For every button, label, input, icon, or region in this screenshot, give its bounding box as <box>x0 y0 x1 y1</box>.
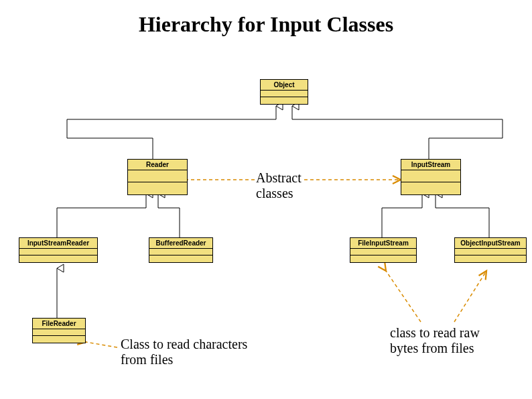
class-section <box>350 249 416 255</box>
class-section <box>19 255 97 262</box>
class-section <box>401 170 460 182</box>
page-title: Hierarchy for Input Classes <box>0 12 532 37</box>
class-section <box>33 329 85 336</box>
class-inputstream: InputStream <box>401 159 461 195</box>
class-name: InputStream <box>401 160 460 170</box>
class-section <box>128 182 187 194</box>
class-section <box>261 91 308 97</box>
class-name: InputStreamReader <box>19 238 97 249</box>
class-section <box>350 255 416 262</box>
class-filereader: FileReader <box>32 318 86 343</box>
class-name: BufferedReader <box>149 238 212 249</box>
class-reader: Reader <box>127 159 188 195</box>
class-name: Object <box>261 80 308 91</box>
class-section <box>261 97 308 104</box>
annotation-bytes-from-files: class to read raw bytes from files <box>390 325 497 356</box>
class-section <box>149 255 212 262</box>
class-section <box>19 249 97 255</box>
class-section <box>401 182 460 194</box>
class-section <box>33 336 85 343</box>
class-name: Reader <box>128 160 187 170</box>
class-section <box>455 255 526 262</box>
class-name: FileReader <box>33 319 85 329</box>
class-name: ObjectInputStream <box>455 238 526 249</box>
class-name: FileInputStream <box>350 238 416 249</box>
class-object: Object <box>260 79 308 105</box>
class-fileinputstream: FileInputStream <box>350 237 417 263</box>
annotation-chars-from-files: Class to read characters from files <box>121 337 255 367</box>
class-section <box>149 249 212 255</box>
class-bufferedreader: BufferedReader <box>149 237 213 263</box>
annotation-abstract: Abstract classes <box>256 170 310 201</box>
class-inputstreamreader: InputStreamReader <box>19 237 98 263</box>
class-objectinputstream: ObjectInputStream <box>454 237 527 263</box>
class-section <box>455 249 526 255</box>
class-section <box>128 170 187 182</box>
